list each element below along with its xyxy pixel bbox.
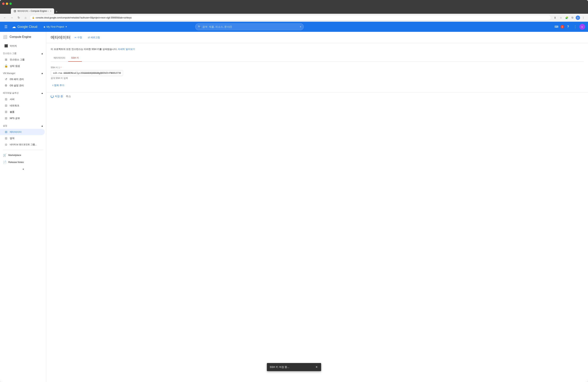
hamburger-button[interactable]: ☰ — [3, 23, 9, 30]
google-cloud-logo[interactable]: ☁ Google Cloud — [12, 24, 37, 29]
instance-groups-chevron: ▲ — [41, 52, 43, 55]
toast-notification: SSH 키 저장 중... × — [267, 363, 321, 371]
download-icon[interactable]: ⬇ — [552, 15, 558, 20]
address-bar[interactable]: 🔒 console.cloud.google.com/compute/metad… — [30, 15, 551, 20]
networks-icon: ⊙ — [4, 143, 8, 146]
tab-bar: 🔲 메타데이터 – Compute Engine – × + — [0, 7, 588, 14]
project-name: My First Project — [46, 25, 64, 28]
bare-metal-header[interactable]: 베어메탈 솔루션 ▲ — [0, 90, 46, 96]
refresh-button[interactable]: ↺ 새로고침 — [86, 35, 102, 40]
search-input[interactable] — [202, 25, 298, 28]
browser-tab[interactable]: 🔲 메타데이터 – Compute Engine – × — [11, 8, 54, 14]
new-tab-button[interactable]: + — [54, 10, 59, 14]
sidebar-item-volume[interactable]: ⊟ 볼륨 — [0, 109, 45, 115]
sidebar-section-vm-manager: VM Manager ▲ ↺ OS 패치 관리 ⚙ OS 설정 관리 — [0, 70, 46, 89]
sidebar-section-instance-groups: 인스턴스 그룹 ▲ ⊞ 인스턴스 그룹 🔒 상태 점검 — [0, 50, 46, 70]
home-button[interactable]: ⌂ — [23, 15, 28, 20]
ssh-key-input[interactable] — [51, 70, 123, 76]
sidebar-section-images: ⬛ 이미지 — [0, 42, 46, 50]
page-title: 메타데이터 — [51, 35, 71, 40]
page-header: 메타데이터 ✏ 수정 ↺ 새로고침 — [46, 32, 588, 43]
metadata-icon: ⊟ — [4, 130, 8, 134]
close-button[interactable] — [2, 2, 4, 5]
marketplace-label: Marketplace — [8, 154, 21, 156]
sidebar-item-marketplace[interactable]: 🛒 Marketplace — [0, 152, 46, 159]
bare-metal-chevron: ▲ — [41, 92, 43, 95]
back-button[interactable]: ← — [2, 15, 8, 20]
cloud-shell-button[interactable]: ⌨ — [553, 23, 560, 30]
forward-button[interactable]: → — [9, 15, 15, 20]
required-marker: * — [61, 66, 61, 69]
metadata-label: 메타데이터 — [10, 130, 21, 134]
sidebar-item-networks-partial[interactable]: ⊙ 네이티브 엔드포인트 그룹... — [0, 141, 45, 148]
tab-metadata[interactable]: 메타데이터 — [51, 55, 68, 62]
sidebar-item-zones[interactable]: ⊟ 영역 — [0, 135, 45, 141]
instance-groups-header[interactable]: 인스턴스 그룹 ▲ — [0, 50, 46, 57]
app-container: ☰ ☁ Google Cloud ◈ My First Project ▼ 🔍 … — [0, 22, 588, 382]
notification-badge[interactable]: 1 — [561, 25, 564, 29]
sidebar-item-servers[interactable]: ⊟ 서버 — [0, 96, 45, 102]
maximize-button[interactable] — [9, 2, 12, 5]
google-cloud-text: Google Cloud — [17, 25, 37, 29]
bare-metal-title: 베어메탈 솔루션 — [3, 92, 19, 95]
minimize-button[interactable] — [6, 2, 8, 5]
sidebar-toggle-icon[interactable]: ⧉ — [570, 15, 575, 20]
help-button[interactable]: ? — [565, 23, 571, 30]
os-config-icon: ⚙ — [4, 84, 8, 87]
sidebar: ⬜ Compute Engine ⬛ 이미지 인스턴스 그룹 ▲ — [0, 32, 46, 382]
sidebar-item-health-checks[interactable]: 🔒 상태 점검 — [0, 63, 45, 69]
compute-engine-icon: ⬜ — [3, 35, 7, 39]
address-text: console.cloud.google.com/compute/metadat… — [36, 17, 132, 19]
sidebar-item-instance-groups[interactable]: ⊞ 인스턴스 그룹 — [0, 57, 45, 63]
user-avatar[interactable]: b — [579, 24, 585, 30]
learn-more-link[interactable]: 자세히 알아보기 — [118, 48, 135, 50]
toolbar-actions: ⬇ ☆ 🧩 ⧉ b ⋮ — [552, 15, 586, 20]
tab-close-button[interactable]: × — [50, 10, 51, 12]
sidebar-item-metadata[interactable]: ⊟ 메타데이터 — [0, 129, 45, 135]
cancel-button[interactable]: 취소 — [66, 95, 71, 98]
ssh-key-hint: 공개 SSH 키 입력 — [51, 77, 584, 80]
sidebar-item-nfs-share[interactable]: ⊟ NFS 공유 — [0, 115, 45, 121]
edit-button[interactable]: ✏ 수정 — [73, 35, 84, 40]
reload-button[interactable]: ↻ — [16, 15, 21, 20]
profile-icon[interactable]: b — [576, 16, 580, 20]
ssh-key-label-text: SSH 키 1 — [51, 66, 60, 69]
instance-groups-title: 인스턴스 그룹 — [3, 52, 17, 55]
tab-ssh-keys[interactable]: SSH 키 — [68, 55, 82, 62]
add-item-button[interactable]: + 항목 추가 — [51, 83, 66, 88]
refresh-icon: ↺ — [88, 36, 90, 39]
more-options-icon[interactable]: ⋮ — [581, 15, 586, 20]
sidebar-item-os-config[interactable]: ⚙ OS 설정 관리 — [0, 82, 45, 89]
settings-header[interactable]: 설정 ▲ — [0, 123, 46, 129]
network-icon: ⊟ — [4, 104, 8, 107]
project-selector[interactable]: ◈ My First Project ▼ — [42, 24, 69, 29]
browser-window: 🔲 메타데이터 – Compute Engine – × + ← → ↻ ⌂ 🔒… — [0, 0, 588, 382]
volume-icon: ⊟ — [4, 110, 8, 114]
sidebar-item-release-notes[interactable]: 📄 Release Notes — [0, 159, 46, 166]
bookmark-icon[interactable]: ☆ — [558, 15, 563, 20]
sidebar-item-os-patch[interactable]: ↺ OS 패치 관리 — [0, 76, 45, 82]
search-chevron-icon: ▾ — [300, 25, 301, 28]
release-notes-icon: 📄 — [3, 160, 6, 164]
sidebar-collapse-button[interactable]: ◂ — [0, 166, 46, 172]
save-button[interactable]: 저장 중 — [51, 95, 63, 98]
sidebar-section-bare-metal: 베어메탈 솔루션 ▲ ⊟ 서버 ⊟ 네트워크 ⊟ 볼륨 — [0, 89, 46, 122]
extension-icon[interactable]: 🧩 — [564, 15, 569, 20]
more-menu-button[interactable]: ⋮ — [572, 23, 579, 30]
search-bar[interactable]: 🔍 ▾ — [195, 23, 304, 30]
vm-manager-header[interactable]: VM Manager ▲ — [0, 71, 46, 76]
collapse-icon: ◂ — [22, 168, 24, 170]
networks-label: 네이티브 엔드포인트 그룹... — [10, 143, 37, 146]
volume-label: 볼륨 — [10, 110, 15, 114]
traffic-lights — [2, 2, 12, 5]
servers-label: 서버 — [10, 98, 15, 101]
sidebar-item-images[interactable]: ⬛ 이미지 — [0, 43, 45, 49]
toast-close-button[interactable]: × — [315, 365, 318, 369]
sidebar-item-network[interactable]: ⊟ 네트워크 — [0, 102, 45, 109]
settings-title: 설정 — [3, 124, 7, 127]
save-label: 저장 중 — [55, 95, 63, 98]
browser-titlebar — [0, 0, 588, 7]
refresh-label: 새로고침 — [90, 36, 100, 39]
marketplace-icon: 🛒 — [3, 153, 6, 157]
vm-manager-title: VM Manager — [3, 72, 15, 75]
